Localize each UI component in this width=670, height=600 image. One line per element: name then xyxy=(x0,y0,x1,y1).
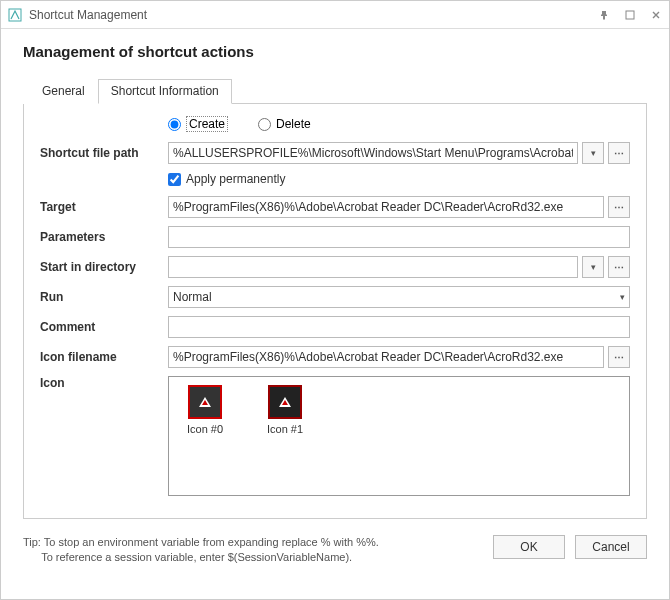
browse-target[interactable] xyxy=(608,196,630,218)
tab-general[interactable]: General xyxy=(29,79,98,104)
input-target[interactable] xyxy=(168,196,604,218)
input-comment[interactable] xyxy=(168,316,630,338)
select-run[interactable]: Normal ▾ xyxy=(168,286,630,308)
ok-button[interactable]: OK xyxy=(493,535,565,559)
input-shortcut-path[interactable] xyxy=(168,142,578,164)
icon-option-0-label: Icon #0 xyxy=(177,423,233,435)
page-heading: Management of shortcut actions xyxy=(23,43,647,60)
app-icon xyxy=(7,7,23,23)
close-icon[interactable] xyxy=(649,8,663,22)
icon-picker: Icon #0 Icon #1 xyxy=(168,376,630,496)
label-run: Run xyxy=(40,290,168,304)
select-run-value: Normal xyxy=(173,290,620,304)
radio-delete[interactable]: Delete xyxy=(258,117,311,131)
label-comment: Comment xyxy=(40,320,168,334)
adobe-icon xyxy=(188,385,222,419)
icon-option-0[interactable]: Icon #0 xyxy=(177,385,233,435)
radio-create-label: Create xyxy=(186,116,228,132)
tab-bar: General Shortcut Information xyxy=(29,78,647,104)
checkbox-apply-permanently[interactable]: Apply permanently xyxy=(168,172,630,186)
browse-start-directory[interactable] xyxy=(608,256,630,278)
adobe-icon xyxy=(268,385,302,419)
label-parameters: Parameters xyxy=(40,230,168,244)
tip-line-2: To reference a session variable, enter $… xyxy=(41,551,352,563)
label-start-directory: Start in directory xyxy=(40,260,168,274)
input-icon-filename[interactable] xyxy=(168,346,604,368)
radio-delete-label: Delete xyxy=(276,117,311,131)
titlebar: Shortcut Management xyxy=(1,1,669,29)
window-title: Shortcut Management xyxy=(29,8,597,22)
label-icon: Icon xyxy=(40,376,168,390)
tab-shortcut-information[interactable]: Shortcut Information xyxy=(98,79,232,104)
label-icon-filename: Icon filename xyxy=(40,350,168,364)
tip-line-1: Tip: To stop an environment variable fro… xyxy=(23,536,379,548)
dropdown-shortcut-path[interactable] xyxy=(582,142,604,164)
browse-icon-filename[interactable] xyxy=(608,346,630,368)
icon-option-1-label: Icon #1 xyxy=(257,423,313,435)
dropdown-start-directory[interactable] xyxy=(582,256,604,278)
input-parameters[interactable] xyxy=(168,226,630,248)
icon-option-1[interactable]: Icon #1 xyxy=(257,385,313,435)
label-target: Target xyxy=(40,200,168,214)
checkbox-apply-label: Apply permanently xyxy=(186,172,285,186)
svg-rect-1 xyxy=(626,11,634,19)
input-start-directory[interactable] xyxy=(168,256,578,278)
tab-panel: Create Delete Shortcut file path Apply p… xyxy=(23,104,647,519)
radio-delete-input[interactable] xyxy=(258,118,271,131)
radio-create[interactable]: Create xyxy=(168,116,228,132)
pin-icon[interactable] xyxy=(597,8,611,22)
cancel-button[interactable]: Cancel xyxy=(575,535,647,559)
chevron-down-icon: ▾ xyxy=(620,292,625,302)
tip-text: Tip: To stop an environment variable fro… xyxy=(23,535,493,566)
checkbox-apply-input[interactable] xyxy=(168,173,181,186)
label-shortcut-path: Shortcut file path xyxy=(40,146,168,160)
browse-shortcut-path[interactable] xyxy=(608,142,630,164)
maximize-icon[interactable] xyxy=(623,8,637,22)
radio-create-input[interactable] xyxy=(168,118,181,131)
